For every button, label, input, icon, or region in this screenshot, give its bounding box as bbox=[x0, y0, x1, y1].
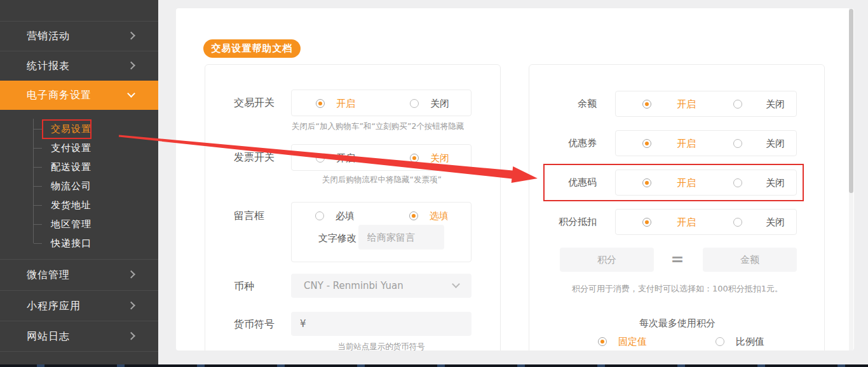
sidebar-subitem-express-interface[interactable]: 快递接口 bbox=[0, 234, 158, 253]
balance-group: 开启 关闭 bbox=[615, 91, 797, 117]
page: 营销活动 统计报表 电子商务设置 交易设置 支付设置 配送设置 物流公司 bbox=[0, 0, 868, 367]
trade-settings-panel: 交易开关 开启 关闭 关闭后“加入购物车”和“立刻购买”2个按钮将隐藏 发票开关… bbox=[205, 64, 501, 350]
balance-label: 余额 bbox=[529, 97, 597, 110]
sidebar-subitem-shipping-address[interactable]: 发货地址 bbox=[0, 196, 158, 215]
points-deduction-group: 开启 关闭 bbox=[615, 209, 797, 235]
coupon-group: 开启 关闭 bbox=[615, 130, 797, 156]
max-points-ratio-label[interactable]: 比例值 bbox=[736, 335, 764, 348]
currency-select[interactable]: CNY - Renminbi Yuan bbox=[291, 274, 471, 298]
trade-switch-off-label[interactable]: 关闭 bbox=[430, 97, 449, 110]
balance-on-radio[interactable] bbox=[642, 100, 651, 109]
trade-switch-off-radio[interactable] bbox=[410, 99, 419, 108]
subitem-label: 物流公司 bbox=[51, 180, 92, 192]
sidebar-subitem-delivery-settings[interactable]: 配送设置 bbox=[0, 157, 158, 177]
sidebar-item-label: 网站日志 bbox=[27, 330, 70, 343]
max-points-fixed-label[interactable]: 固定值 bbox=[618, 335, 647, 348]
subitem-label: 配送设置 bbox=[51, 161, 92, 173]
message-optional-radio[interactable] bbox=[409, 211, 418, 220]
trade-switch-hint: 关闭后“加入购物车”和“立刻购买”2个按钮将隐藏 bbox=[292, 121, 464, 131]
subitem-label: 地区管理 bbox=[51, 218, 92, 230]
subitem-label: 支付设置 bbox=[51, 142, 92, 154]
invoice-switch-hint: 关闭后购物流程中将隐藏“发票项” bbox=[292, 174, 472, 185]
trade-settings-help-button[interactable]: 交易设置帮助文档 bbox=[203, 39, 301, 58]
taskbar-strip bbox=[0, 364, 868, 367]
trade-switch-on-radio[interactable] bbox=[316, 99, 325, 108]
points-deduction-label: 积分抵扣 bbox=[529, 215, 597, 229]
sidebar-item-ecommerce-settings[interactable]: 电子商务设置 bbox=[0, 81, 158, 110]
chevron-right-icon bbox=[127, 301, 135, 309]
chevron-down-icon bbox=[452, 280, 460, 288]
chevron-right-icon bbox=[127, 32, 135, 40]
sidebar-subitem-region-management[interactable]: 地区管理 bbox=[0, 215, 158, 234]
currency-symbol-label: 货币符号 bbox=[234, 317, 275, 331]
balance-on-label[interactable]: 开启 bbox=[677, 98, 696, 110]
equals-sign: = bbox=[663, 248, 692, 272]
coupon-code-off-label[interactable]: 关闭 bbox=[766, 177, 785, 189]
sidebar-item-label: 电子商务设置 bbox=[27, 89, 92, 102]
chevron-right-icon bbox=[127, 331, 135, 340]
coupon-code-group: 开启 关闭 bbox=[615, 170, 797, 196]
coupon-off-radio[interactable] bbox=[733, 139, 742, 148]
amount-input[interactable] bbox=[703, 248, 797, 272]
sidebar-item-miniprogram[interactable]: 小程序应用 bbox=[0, 290, 158, 321]
discount-settings-panel: 余额 开启 关闭 优惠券 开启 关闭 优惠码 开启 关闭 bbox=[529, 64, 825, 350]
sidebar-subitem-logistics-company[interactable]: 物流公司 bbox=[0, 177, 158, 196]
chevron-right-icon bbox=[127, 270, 135, 279]
trade-switch-group: 开启 关闭 bbox=[291, 90, 471, 116]
points-input[interactable] bbox=[560, 248, 654, 272]
message-edit-input[interactable] bbox=[358, 225, 444, 250]
points-on-label[interactable]: 开启 bbox=[677, 216, 696, 229]
message-edit-label: 文字修改 bbox=[318, 232, 356, 245]
invoice-switch-on-radio[interactable] bbox=[316, 154, 325, 163]
message-required-radio[interactable] bbox=[315, 211, 324, 220]
currency-symbol-input[interactable] bbox=[291, 312, 471, 336]
invoice-switch-group: 开启 关闭 bbox=[291, 144, 471, 171]
points-on-radio[interactable] bbox=[642, 218, 651, 227]
invoice-switch-label: 发票开关 bbox=[234, 150, 275, 164]
invoice-switch-on-label[interactable]: 开启 bbox=[336, 152, 355, 164]
sidebar: 营销活动 统计报表 电子商务设置 交易设置 支付设置 配送设置 物流公司 bbox=[0, 0, 158, 364]
coupon-on-label[interactable]: 开启 bbox=[677, 137, 696, 150]
balance-off-radio[interactable] bbox=[733, 100, 742, 109]
points-exchange-hint: 积分可用于消费，支付时可以选择如：100积分抵扣1元。 bbox=[529, 283, 825, 294]
max-points-ratio-radio[interactable] bbox=[715, 337, 724, 346]
points-off-radio[interactable] bbox=[733, 218, 742, 227]
chevron-right-icon bbox=[127, 62, 135, 70]
sidebar-item-marketing[interactable]: 营销活动 bbox=[0, 21, 158, 51]
coupon-code-label: 优惠码 bbox=[529, 176, 597, 189]
invoice-switch-off-label[interactable]: 关闭 bbox=[430, 152, 449, 164]
subitem-label: 交易设置 bbox=[51, 123, 92, 135]
sidebar-item-label: 小程序应用 bbox=[27, 299, 81, 312]
subitem-label: 快递接口 bbox=[51, 237, 92, 250]
subitem-label: 发货地址 bbox=[51, 199, 92, 211]
coupon-code-off-radio[interactable] bbox=[733, 178, 742, 187]
sidebar-item-reports[interactable]: 统计报表 bbox=[0, 51, 158, 81]
coupon-off-label[interactable]: 关闭 bbox=[766, 137, 785, 150]
sidebar-subitem-payment-settings[interactable]: 支付设置 bbox=[0, 138, 158, 157]
sidebar-item-label: 统计报表 bbox=[27, 60, 70, 73]
sidebar-item-label: 营销活动 bbox=[27, 30, 70, 43]
sidebar-subitem-trade-settings[interactable]: 交易设置 bbox=[0, 119, 158, 138]
sidebar-item-site-logs[interactable]: 网站日志 bbox=[0, 321, 158, 351]
sidebar-item-wechat[interactable]: 微信管理 bbox=[0, 259, 158, 290]
message-optional-label[interactable]: 选填 bbox=[430, 210, 449, 222]
card-scrollbar-thumb[interactable] bbox=[849, 9, 853, 193]
currency-label: 币种 bbox=[234, 279, 254, 293]
message-box-label: 留言框 bbox=[234, 209, 264, 222]
message-required-label[interactable]: 必填 bbox=[336, 210, 355, 222]
coupon-code-on-label[interactable]: 开启 bbox=[677, 177, 696, 189]
chevron-down-icon bbox=[127, 90, 135, 98]
trade-switch-label: 交易开关 bbox=[234, 96, 275, 109]
max-points-title: 每次最多使用积分 bbox=[529, 317, 825, 330]
balance-off-label[interactable]: 关闭 bbox=[766, 98, 785, 110]
trade-switch-on-label[interactable]: 开启 bbox=[336, 97, 355, 110]
points-off-label[interactable]: 关闭 bbox=[766, 216, 785, 229]
invoice-switch-off-radio[interactable] bbox=[410, 154, 419, 163]
coupon-code-on-radio[interactable] bbox=[642, 178, 651, 187]
sidebar-bottom-cut-row bbox=[0, 351, 158, 364]
coupon-on-radio[interactable] bbox=[642, 139, 651, 148]
sidebar-top-cut-row bbox=[0, 0, 158, 21]
max-points-fixed-radio[interactable] bbox=[598, 337, 607, 346]
main-content-card: 交易设置帮助文档 交易开关 开启 关闭 关闭后“加入购物车”和“立刻购买”2个按… bbox=[176, 8, 854, 350]
coupon-label: 优惠券 bbox=[529, 137, 597, 150]
